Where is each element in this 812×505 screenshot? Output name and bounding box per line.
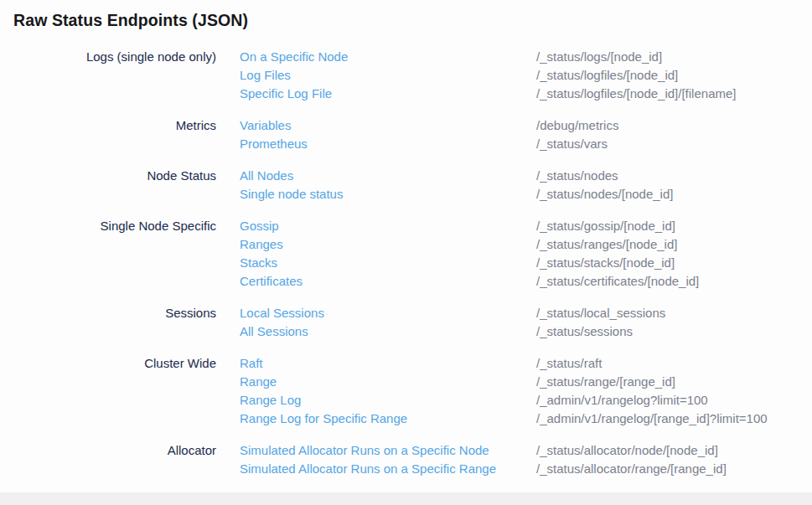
endpoint-link[interactable]: Simulated Allocator Runs on a Specific R… [240, 460, 536, 478]
endpoint-link[interactable]: All Nodes [240, 167, 536, 185]
endpoint-link[interactable]: Prometheus [240, 135, 536, 153]
endpoint-link[interactable]: Range Log for Specific Range [240, 410, 536, 428]
endpoint-link[interactable]: Certificates [240, 272, 536, 291]
section-entries: All Nodes /_status/nodes Single node sta… [216, 167, 812, 204]
endpoints-table: Logs (single node only) On a Specific No… [0, 48, 812, 478]
endpoint-link[interactable]: Single node status [240, 185, 536, 204]
section-category-label: Node Status [0, 167, 216, 204]
section-entries: Raft /_status/raft Range /_status/range/… [216, 354, 812, 428]
footer-strip [0, 492, 812, 505]
endpoint-link[interactable]: Range [240, 373, 536, 391]
endpoint-path: /_admin/v1/rangelog?limit=100 [536, 391, 812, 410]
endpoint-link[interactable]: Ranges [240, 235, 536, 254]
endpoint-row: Raft /_status/raft [240, 354, 812, 373]
raw-status-endpoints-page: Raw Status Endpoints (JSON) Logs (single… [0, 0, 812, 505]
section-category-label: Metrics [0, 116, 216, 153]
endpoint-path: /_status/raft [536, 354, 812, 373]
endpoint-path: /_status/ranges/[node_id] [536, 235, 812, 254]
section-entries: Simulated Allocator Runs on a Specific N… [216, 441, 812, 478]
endpoint-section: Cluster Wide Raft /_status/raft Range /_… [0, 354, 812, 428]
endpoint-path: /_status/nodes/[node_id] [536, 185, 812, 204]
endpoint-link[interactable]: Specific Log File [240, 85, 536, 103]
endpoint-link[interactable]: Stacks [240, 254, 536, 272]
endpoint-row: Ranges /_status/ranges/[node_id] [240, 235, 812, 254]
endpoint-section: Logs (single node only) On a Specific No… [0, 48, 812, 103]
endpoint-link[interactable]: Local Sessions [240, 304, 536, 322]
endpoint-path: /_status/sessions [536, 322, 812, 341]
section-entries: Variables /debug/metrics Prometheus /_st… [216, 116, 812, 153]
section-category-label: Single Node Specific [0, 217, 216, 291]
endpoint-section: Sessions Local Sessions /_status/local_s… [0, 304, 812, 341]
endpoint-path: /_status/local_sessions [536, 304, 812, 322]
page-title: Raw Status Endpoints (JSON) [0, 0, 812, 30]
endpoint-path: /_status/allocator/range/[range_id] [536, 460, 812, 478]
endpoint-row: Gossip /_status/gossip/[node_id] [240, 217, 812, 235]
endpoint-row: Simulated Allocator Runs on a Specific R… [240, 460, 812, 478]
section-entries: Local Sessions /_status/local_sessions A… [216, 304, 812, 341]
endpoint-path: /_status/gossip/[node_id] [536, 217, 812, 235]
endpoint-section: Allocator Simulated Allocator Runs on a … [0, 441, 812, 478]
endpoint-row: Stacks /_status/stacks/[node_id] [240, 254, 812, 272]
endpoint-link[interactable]: On a Specific Node [240, 48, 536, 66]
endpoint-link[interactable]: All Sessions [240, 322, 536, 341]
endpoint-row: Log Files /_status/logfiles/[node_id] [240, 66, 812, 85]
endpoint-section: Node Status All Nodes /_status/nodes Sin… [0, 167, 812, 204]
endpoint-row: Prometheus /_status/vars [240, 135, 812, 153]
endpoint-link[interactable]: Simulated Allocator Runs on a Specific N… [240, 441, 536, 460]
endpoint-path: /_status/logs/[node_id] [536, 48, 812, 66]
endpoint-row: On a Specific Node /_status/logs/[node_i… [240, 48, 812, 66]
endpoint-row: All Nodes /_status/nodes [240, 167, 812, 185]
endpoint-row: Specific Log File /_status/logfiles/[nod… [240, 85, 812, 103]
endpoint-row: Single node status /_status/nodes/[node_… [240, 185, 812, 204]
endpoint-row: Certificates /_status/certificates/[node… [240, 272, 812, 291]
section-entries: Gossip /_status/gossip/[node_id] Ranges … [216, 217, 812, 291]
endpoint-row: All Sessions /_status/sessions [240, 322, 812, 341]
section-category-label: Allocator [0, 441, 216, 478]
endpoint-section: Single Node Specific Gossip /_status/gos… [0, 217, 812, 291]
endpoint-section: Metrics Variables /debug/metrics Prometh… [0, 116, 812, 153]
endpoint-path: /_status/logfiles/[node_id]/[filename] [536, 85, 812, 103]
section-category-label: Logs (single node only) [0, 48, 216, 103]
endpoint-path: /_status/logfiles/[node_id] [536, 66, 812, 85]
section-entries: On a Specific Node /_status/logs/[node_i… [216, 48, 812, 103]
endpoint-path: /debug/metrics [536, 116, 812, 135]
endpoint-path: /_admin/v1/rangelog/[range_id]?limit=100 [536, 410, 812, 428]
endpoint-row: Range Log /_admin/v1/rangelog?limit=100 [240, 391, 812, 410]
section-category-label: Cluster Wide [0, 354, 216, 428]
endpoint-link[interactable]: Log Files [240, 66, 536, 85]
endpoint-path: /_status/range/[range_id] [536, 373, 812, 391]
endpoint-path: /_status/stacks/[node_id] [536, 254, 812, 272]
endpoint-link[interactable]: Variables [240, 116, 536, 135]
section-category-label: Sessions [0, 304, 216, 341]
endpoint-path: /_status/certificates/[node_id] [536, 272, 812, 291]
endpoint-row: Simulated Allocator Runs on a Specific N… [240, 441, 812, 460]
endpoint-row: Range /_status/range/[range_id] [240, 373, 812, 391]
endpoint-link[interactable]: Gossip [240, 217, 536, 235]
endpoint-path: /_status/allocator/node/[node_id] [536, 441, 812, 460]
endpoint-path: /_status/nodes [536, 167, 812, 185]
endpoint-row: Local Sessions /_status/local_sessions [240, 304, 812, 322]
endpoint-row: Range Log for Specific Range /_admin/v1/… [240, 410, 812, 428]
endpoint-path: /_status/vars [536, 135, 812, 153]
endpoint-link[interactable]: Range Log [240, 391, 536, 410]
endpoint-row: Variables /debug/metrics [240, 116, 812, 135]
endpoint-link[interactable]: Raft [240, 354, 536, 373]
